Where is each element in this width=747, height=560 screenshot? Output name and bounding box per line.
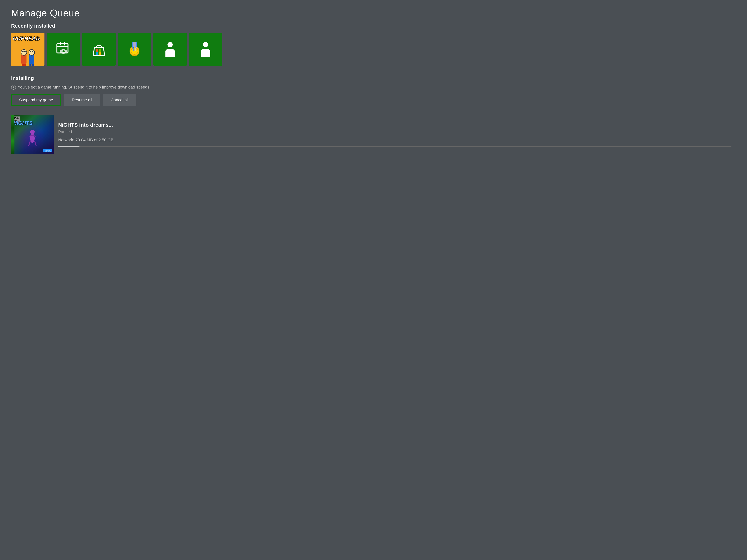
download-info: NiGHTS into dreams... Paused Network: 79… [54, 115, 736, 154]
recently-installed-heading: Recently installed [11, 23, 736, 29]
tile-xbox-app[interactable] [47, 33, 80, 66]
cancel-all-button[interactable]: Cancel all [103, 94, 136, 106]
tile-ms-store[interactable] [82, 33, 115, 66]
info-bar: i You've got a game running. Suspend it … [11, 85, 736, 90]
ms-store-icon [82, 33, 115, 66]
svg-rect-10 [99, 49, 101, 52]
svg-rect-12 [99, 52, 101, 55]
action-buttons: Suspend my game Resume all Cancel all [11, 94, 736, 106]
tile-cuphead[interactable]: CUPHEAD [11, 33, 45, 66]
svg-point-19 [30, 130, 35, 134]
page-title: Manage Queue [11, 7, 736, 19]
svg-point-17 [168, 42, 173, 47]
svg-rect-11 [96, 52, 98, 55]
avatar2-icon [189, 33, 222, 66]
info-message: You've got a game running. Suspend it to… [18, 85, 150, 90]
svg-point-7 [64, 51, 65, 52]
download-game-title: NiGHTS into dreams... [58, 122, 731, 128]
recently-installed-grid: CUPHEAD [11, 33, 736, 66]
info-icon: i [11, 85, 16, 90]
installing-heading: Installing [11, 75, 736, 81]
download-status: Paused [58, 129, 731, 134]
svg-point-20 [30, 134, 35, 143]
svg-rect-16 [133, 43, 136, 47]
installing-section: Installing i You've got a game running. … [11, 75, 736, 154]
svg-point-18 [203, 42, 208, 47]
svg-point-5 [61, 51, 62, 52]
download-network: Network: 79.04 MB of 2.50 GB [58, 138, 731, 142]
cuphead-title-text: CUPHEAD [13, 35, 40, 42]
svg-point-6 [63, 50, 64, 51]
progress-bar-fill [58, 146, 79, 147]
nights-art-title: NiGHTS [13, 121, 33, 126]
tile-achievements[interactable] [118, 33, 151, 66]
download-thumbnail: XBOX360 NiGHTS SEGA [11, 115, 54, 154]
avatar1-icon [153, 33, 187, 66]
achievements-icon [118, 33, 151, 66]
sega-badge: SEGA [43, 149, 52, 153]
progress-bar-container [58, 146, 731, 147]
resume-all-button[interactable]: Resume all [64, 94, 100, 106]
tile-avatar1[interactable] [153, 33, 187, 66]
svg-rect-9 [96, 49, 98, 52]
svg-point-8 [63, 51, 64, 52]
download-item: XBOX360 NiGHTS SEGA NiGHTS i [11, 112, 736, 154]
tile-avatar2[interactable] [189, 33, 222, 66]
suspend-button[interactable]: Suspend my game [11, 94, 61, 106]
svg-point-14 [131, 48, 138, 54]
xbox-app-icon [47, 33, 80, 66]
